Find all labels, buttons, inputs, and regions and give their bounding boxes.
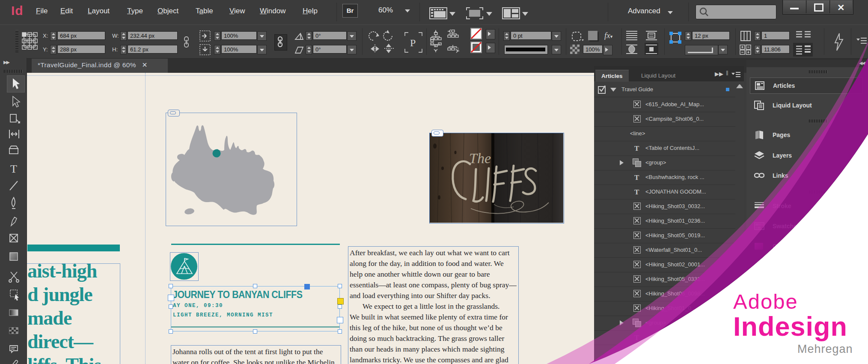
svg-text:T: T (10, 163, 17, 175)
svg-text:The: The (469, 150, 491, 166)
svg-text:P: P (410, 37, 416, 48)
